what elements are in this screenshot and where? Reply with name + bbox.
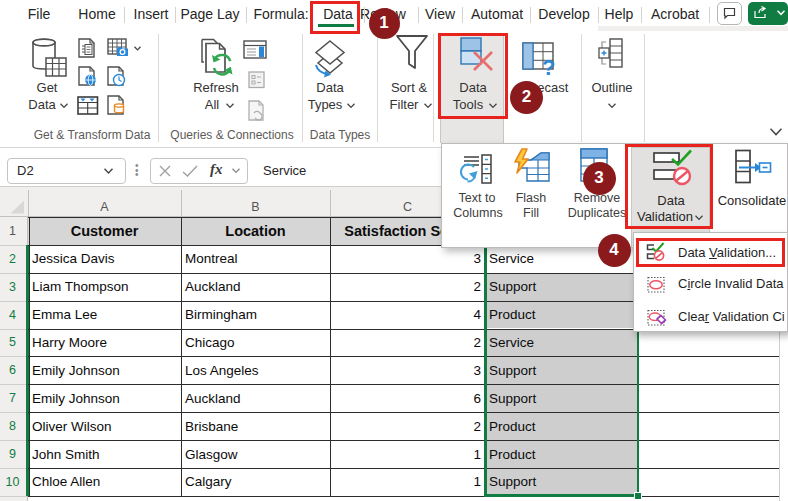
svg-text:?: ? — [542, 55, 555, 76]
